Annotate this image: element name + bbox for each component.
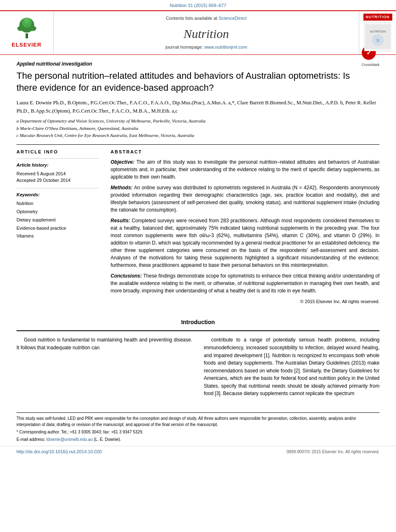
abstract-objective: Objective: The aim of this study was to … — [111, 158, 380, 181]
sciencedirect-line: Contents lists available at ScienceDirec… — [166, 15, 247, 21]
corresponding-note: * Corresponding author. Tel.; +61 3 9305… — [16, 429, 380, 435]
email-link[interactable]: ldownie@unimelb.edu.au — [46, 437, 94, 442]
section-divider — [16, 144, 380, 145]
journal-center-header: Contents lists available at ScienceDirec… — [54, 11, 359, 54]
affiliation-a: a Department of Optometry and Vision Sci… — [16, 118, 380, 125]
elsevier-tree-icon — [14, 17, 39, 40]
authors-text: Laura E. Downie Ph.D., B.Optom., P.G.Cer… — [16, 100, 376, 114]
abstract-results: Results: Completed surveys were received… — [111, 217, 380, 269]
journal-cover-image: NUTRITION 31 — [364, 22, 391, 51]
objective-text: The aim of this study was to investigate… — [111, 159, 380, 180]
intro-text-right: contribute to a range of potentially ser… — [204, 336, 380, 398]
abstract-heading: Abstract — [111, 149, 380, 155]
journal-homepage-link[interactable]: www.nutritionjrnl.com — [204, 45, 247, 49]
info-divider-1 — [16, 158, 99, 159]
info-abstract-section: Article Info Article history: Received 5… — [16, 149, 380, 305]
intro-col-left: Good nutrition is fundamental to maintai… — [16, 336, 192, 400]
article-type: Applied nutritional investigation — [16, 61, 380, 68]
methods-text: An online survey was distributed to opto… — [111, 185, 380, 213]
abstract-methods: Methods: An online survey was distribute… — [111, 184, 380, 214]
keyword-vitamins: Vitamins — [16, 232, 99, 240]
authors: Laura E. Downie Ph.D., B.Optom., P.G.Cer… — [16, 99, 380, 115]
elsevier-brand: ELSEVIER — [12, 41, 41, 49]
intro-col-right: contribute to a range of potentially ser… — [204, 336, 380, 400]
email-note: E-mail address: ldownie@unimelb.edu.au (… — [16, 436, 380, 443]
keywords-list: Nutrition Optometry Dietary supplement E… — [16, 200, 99, 240]
svg-point-3 — [24, 18, 30, 24]
keyword-optometry: Optometry — [16, 208, 99, 216]
bottom-bar: http://dx.doi.org/10.1016/j.nut.2014.10.… — [0, 446, 396, 457]
issn-text: 0899-9007/© 2015 Elsevier Inc. All right… — [287, 449, 380, 455]
introduction-section: Introduction Good nutrition is fundament… — [0, 318, 396, 408]
nutrition-badge-label: NUTRITION — [363, 14, 392, 21]
introduction-heading: Introduction — [16, 318, 380, 327]
received-text: Received 5 August 2014 Accepted 29 Octob… — [16, 170, 99, 184]
main-content: Applied nutritional investigation ✓ Cros… — [0, 55, 396, 311]
keyword-dietary: Dietary supplement — [16, 216, 99, 224]
copyright-text: © 2015 Elsevier Inc. All rights reserved… — [111, 299, 380, 305]
intro-text-left: Good nutrition is fundamental to maintai… — [16, 336, 192, 351]
conclusions-label: Conclusions: — [111, 273, 142, 279]
affiliation-b: b Marie-Claire O'Shea Dietitians, Ashmor… — [16, 125, 380, 132]
results-label: Results: — [111, 218, 130, 224]
sciencedirect-link[interactable]: ScienceDirect — [219, 16, 247, 21]
affiliation-c: c Macular Research Unit, Centre for Eye … — [16, 132, 380, 139]
article-info-heading: Article Info — [16, 149, 99, 155]
journal-homepage: journal homepage: www.nutritionjrnl.com — [165, 44, 247, 50]
article-info-column: Article Info Article history: Received 5… — [16, 149, 99, 305]
doi-link[interactable]: http://dx.doi.org/10.1016/j.nut.2014.10.… — [16, 449, 102, 455]
info-divider-2 — [16, 188, 99, 188]
journal-header: ELSEVIER Contents lists available at Sci… — [0, 10, 396, 55]
intro-body: Good nutrition is fundamental to maintai… — [16, 336, 380, 400]
svg-text:31: 31 — [376, 39, 380, 42]
abstract-column: Abstract Objective: The aim of this stud… — [111, 149, 380, 305]
footnote-area: This study was self-funded. LED and PRK … — [16, 412, 380, 443]
abstract-conclusions: Conclusions: These findings demonstrate … — [111, 272, 380, 294]
svg-text:NUTRITION: NUTRITION — [370, 30, 385, 33]
publisher-logo-area: ELSEVIER — [0, 11, 54, 54]
conclusions-text: These findings demonstrate scope for opt… — [111, 273, 380, 294]
keyword-evidence: Evidence-based practice — [16, 224, 99, 233]
svg-rect-0 — [26, 33, 28, 38]
objective-label: Objective: — [111, 159, 134, 165]
intro-divider — [16, 330, 380, 331]
svg-point-5 — [30, 26, 36, 31]
crossmark-label: CrossMark — [361, 62, 380, 68]
svg-point-4 — [17, 26, 24, 31]
history-label: Article history: — [16, 162, 99, 168]
affiliations: a Department of Optometry and Vision Sci… — [16, 118, 380, 139]
citation-text: Nutrition 31 (2015) 669–677 — [170, 3, 226, 8]
journal-title: Nutrition — [184, 25, 229, 42]
results-text: Completed surveys were received from 283… — [111, 218, 380, 268]
journal-badge-area: NUTRITION NUTRITION 31 — [359, 11, 396, 54]
methods-label: Methods: — [111, 185, 132, 191]
article-title: The personal nutrition–related attitudes… — [16, 70, 355, 94]
keywords-label: Keywords: — [16, 192, 99, 198]
study-note: This study was self-funded. LED and PRK … — [16, 415, 380, 428]
keyword-nutrition: Nutrition — [16, 200, 99, 208]
top-citation: Nutrition 31 (2015) 669–677 — [0, 0, 396, 10]
